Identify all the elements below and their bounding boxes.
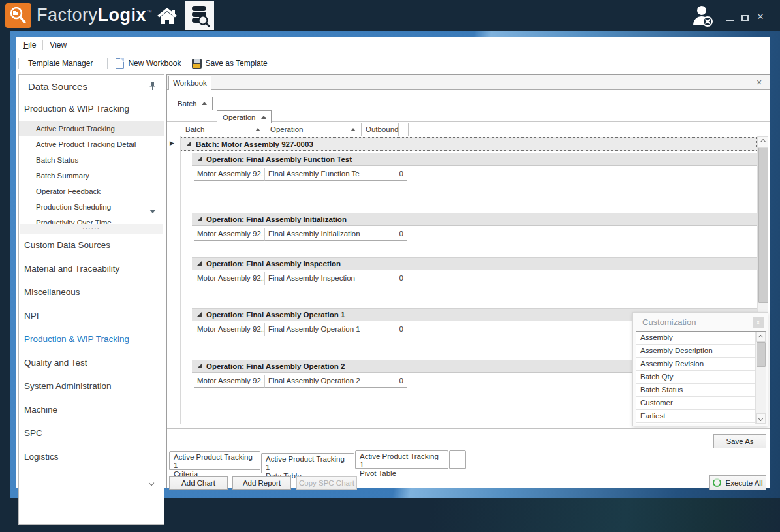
field-item-batch-status[interactable]: Batch Status [636,384,755,397]
execute-all-button[interactable]: Execute All [709,475,766,490]
scroll-up-button[interactable] [756,332,766,342]
group-expanded-icon[interactable] [197,217,202,221]
scroll-down-button[interactable] [756,413,766,424]
operation-group-label: Operation: Final Assembly Operation 2 [206,362,345,370]
add-chart-button[interactable]: Add Chart [169,476,228,490]
customization-scrollbar[interactable] [755,332,766,424]
cell-operation[interactable]: Final Assembly Operation 1 [265,323,360,336]
tab-stub[interactable] [449,450,466,469]
cell-batch[interactable]: Motor Assembly 92... [194,323,265,336]
tab-line1: Active Product Tracking 1 [266,455,350,472]
sidebar-open-section-header[interactable]: Production & WIP Tracking [24,104,129,114]
cell-operation[interactable]: Final Assembly Function Test [265,168,360,181]
sidebar-section-system-administration[interactable]: System Administration [24,381,112,391]
menu-view[interactable]: View [43,37,73,53]
column-header-outbound-label: Outbound [366,123,399,136]
field-item-assembly-revision[interactable]: Assembly Revision [636,358,755,371]
scrollbar-thumb[interactable] [757,342,766,367]
logout-user-button[interactable] [689,0,717,31]
sidebar-splitter[interactable]: ...... [20,224,163,234]
sidebar-section-miscellaneous[interactable]: Miscellaneous [24,287,80,297]
sidebar-item-batch-summary[interactable]: Batch Summary [19,168,164,183]
group-expanded-icon[interactable] [197,364,202,368]
sidebar-item-production-scheduling[interactable]: Production Scheduling [19,199,164,215]
cell-batch[interactable]: Motor Assembly 92... [194,168,265,181]
sidebar-section-npi[interactable]: NPI [24,311,39,321]
data-sources-title: Data Sources [28,81,87,92]
cell-batch[interactable]: Motor Assembly 92... [194,375,265,388]
customization-close-button[interactable]: x [753,317,764,328]
maximize-button[interactable] [741,15,749,21]
sidebar-item-active-product-tracking-detail[interactable]: Active Product Tracking Detail [19,136,164,152]
brand-factory: Factory [37,5,98,25]
close-button[interactable]: ✕ [755,12,766,22]
group-expanded-icon[interactable] [197,312,202,317]
group-box-batch[interactable]: Batch [172,97,213,110]
operation-group-row[interactable]: Operation: Final Assembly Initialization [192,213,757,226]
field-item-assembly[interactable]: Assembly [636,332,755,345]
cell-outbound[interactable]: 0 [360,323,407,336]
tab-workbook[interactable]: Workbook [168,76,211,90]
scrollbar-thumb[interactable] [758,148,768,303]
field-item-earliest[interactable]: Earliest [636,410,755,423]
copy-spc-chart-button[interactable]: Copy SPC Chart [296,476,357,490]
new-workbook-button[interactable]: New Workbook [124,59,185,68]
data-explorer-button[interactable] [185,1,214,30]
operation-group-row[interactable]: Operation: Final Assembly Function Test [192,153,757,166]
cell-outbound[interactable]: 0 [360,375,407,388]
group-box-operation[interactable]: Operation [217,110,272,124]
cell-operation[interactable]: Final Assembly Inspection [265,272,360,285]
template-manager-button[interactable]: Template Manager [24,59,97,68]
toolbar: Template Manager New Workbook Save as Te… [16,54,770,73]
batch-group-row[interactable]: Batch: Motor Assembly 927-0003 [181,137,757,151]
tab-criteria[interactable]: Active Product Tracking 1 Criteria [169,451,260,470]
group-expanded-icon[interactable] [187,141,191,146]
sidebar-section-production-wip-tracking[interactable]: Production & WIP Tracking [24,334,129,344]
toolbar-grip [106,58,108,69]
sidebar-section-machine[interactable]: Machine [24,405,57,415]
sidebar-section-material-and-traceability[interactable]: Material and Traceability [24,264,119,274]
group-box-operation-label: Operation [223,114,256,121]
save-as-button[interactable]: Save As [713,434,766,448]
cell-batch[interactable]: Motor Assembly 92... [194,272,265,285]
cell-operation[interactable]: Final Assembly Initialization [265,228,360,241]
menu-file[interactable]: File [17,37,42,53]
field-item-batch-qty[interactable]: Batch Qty [636,371,755,384]
cell-outbound[interactable]: 0 [360,168,407,181]
add-report-button[interactable]: Add Report [232,476,291,490]
field-item-customer[interactable]: Customer [636,397,755,410]
column-header-operation[interactable]: Operation [266,123,362,136]
cell-outbound[interactable]: 0 [360,228,407,241]
operation-group-row[interactable]: Operation: Final Assembly Inspection [192,257,757,270]
customization-panel: Customization x Assembly Assembly Descri… [632,312,768,426]
column-header-spacer [399,123,409,136]
operation-group-label: Operation: Final Assembly Function Test [206,155,352,163]
group-expanded-icon[interactable] [197,261,202,266]
sidebar-scroll-down-icon[interactable] [149,476,153,488]
tab-data-table[interactable]: Active Product Tracking 1 Data Table [261,453,354,473]
title-bar: FactoryLogix™ [0,0,780,31]
sidebar-section-quality-and-test[interactable]: Quality and Test [24,358,87,368]
column-header-batch[interactable]: Batch [181,123,266,136]
column-header-batch-label: Batch [185,123,204,136]
tab-line1: Active Product Tracking 1 [174,453,256,470]
cell-batch[interactable]: Motor Assembly 92... [194,228,265,241]
sidebar-section-spc[interactable]: SPC [24,428,42,438]
scroll-up-button[interactable] [758,136,768,148]
field-item-assembly-description[interactable]: Assembly Description [636,345,755,358]
home-button[interactable] [155,0,179,31]
cell-operation[interactable]: Final Assembly Operation 2 [265,375,360,388]
cell-outbound[interactable]: 0 [360,272,407,285]
sidebar-section-logistics[interactable]: Logistics [24,452,59,462]
save-as-template-button[interactable]: Save as Template [202,59,272,68]
column-header-outbound[interactable]: Outbound [362,123,399,136]
sidebar-item-operator-feedback[interactable]: Operator Feedback [19,183,164,199]
sidebar-item-batch-status[interactable]: Batch Status [19,152,164,168]
tabstrip-close-icon[interactable]: ✕ [754,77,764,87]
sidebar-item-active-product-tracking[interactable]: Active Product Tracking [19,121,164,136]
sidebar-section-custom-data-sources[interactable]: Custom Data Sources [24,240,110,250]
group-expanded-icon[interactable] [197,157,202,161]
tab-pivot-table[interactable]: Active Product Tracking 1 Pivot Table [355,450,448,469]
minimize-button[interactable] [726,20,734,21]
pin-icon[interactable] [148,82,157,91]
